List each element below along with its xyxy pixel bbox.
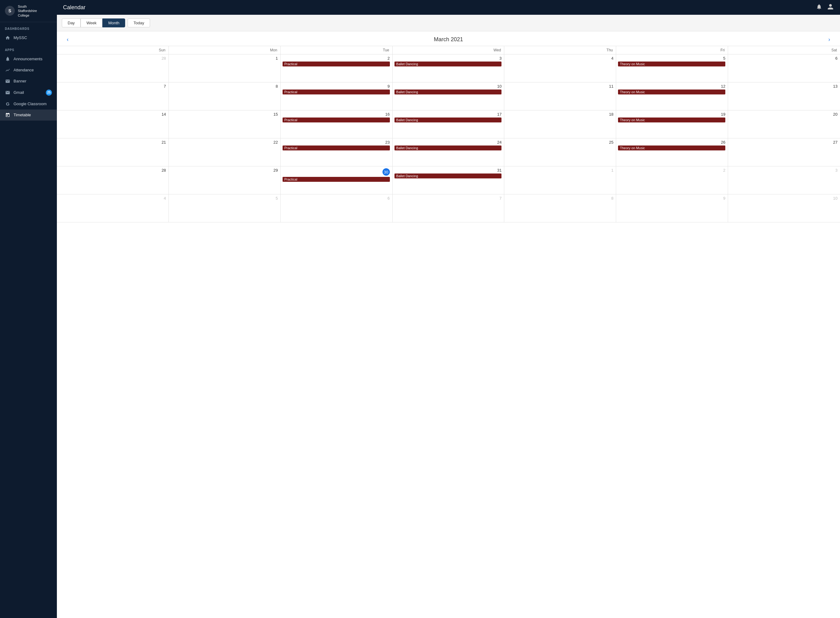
calendar-cell[interactable]: 8 <box>169 82 281 110</box>
calendar-cell[interactable]: 19Theory on Music <box>616 110 728 138</box>
calendar-event[interactable]: Theory on Music <box>618 89 725 94</box>
calendar-event[interactable]: Ballet Dancing <box>394 89 502 94</box>
sidebar-item-gmail[interactable]: Gmail 25 <box>0 87 57 98</box>
college-logo: S <box>4 5 15 16</box>
calendar-cell[interactable]: 14 <box>57 110 169 138</box>
calendar-cell[interactable]: 21 <box>57 138 169 166</box>
user-avatar-icon[interactable] <box>827 3 834 12</box>
next-month-button[interactable]: › <box>825 35 834 44</box>
notification-icon[interactable] <box>816 4 822 11</box>
calendar-cell[interactable]: 2 <box>616 166 728 194</box>
calendar-event[interactable]: Practical <box>283 146 390 150</box>
calendar-cell[interactable]: 10Ballet Dancing <box>393 82 505 110</box>
svg-text:S: S <box>8 8 11 13</box>
day-number: 16 <box>283 112 390 116</box>
dashboards-section-label: DASHBOARDS <box>0 22 57 32</box>
calendar-container: Day Week Month Today ‹ March 2021 › SunM… <box>57 15 840 618</box>
calendar-cell[interactable]: 9 <box>616 195 728 222</box>
day-number: 28 <box>59 168 166 172</box>
calendar-cell[interactable]: 7 <box>393 195 505 222</box>
calendar-cell[interactable]: 18 <box>504 110 616 138</box>
calendar-cell[interactable]: 4 <box>504 55 616 82</box>
calendar-event[interactable]: Ballet Dancing <box>394 61 502 67</box>
day-number: 26 <box>618 140 725 144</box>
sidebar-label-google-classroom: Google Classroom <box>13 101 47 106</box>
calendar-event[interactable]: Practical <box>283 117 390 122</box>
sidebar-item-google-classroom[interactable]: G Google Classroom <box>0 98 57 110</box>
day-header-fri: Fri <box>616 46 728 54</box>
calendar-event[interactable]: Ballet Dancing <box>394 174 502 178</box>
day-number: 14 <box>59 112 166 116</box>
sidebar-label-attendance: Attendance <box>13 68 34 72</box>
calendar-cell[interactable]: 3Ballet Dancing <box>393 55 505 82</box>
sidebar-item-mySCC[interactable]: MySSC <box>0 32 57 43</box>
sidebar-item-attendance[interactable]: Attendance <box>0 65 57 76</box>
day-view-button[interactable]: Day <box>62 18 80 27</box>
calendar-cell[interactable]: 3 <box>728 166 840 194</box>
calendar-cell[interactable]: 12Theory on Music <box>616 82 728 110</box>
calendar-cell[interactable]: 25 <box>504 138 616 166</box>
calendar-row: 212223Practical24Ballet Dancing2526Theor… <box>57 138 840 166</box>
day-header-thu: Thu <box>504 46 616 54</box>
today-button[interactable]: Today <box>127 18 150 27</box>
page-title: Calendar <box>63 4 86 11</box>
calendar-cell[interactable]: 4 <box>57 195 169 222</box>
calendar-cell[interactable]: 22 <box>169 138 281 166</box>
sidebar-item-banner[interactable]: Banner <box>0 76 57 87</box>
calendar-cell[interactable]: 15 <box>169 110 281 138</box>
calendar-cell[interactable]: 10 <box>728 195 840 222</box>
calendar-cell[interactable]: 23Practical <box>281 138 393 166</box>
calendar-cell[interactable]: 30Practical <box>281 166 393 194</box>
sidebar-label-announcements: Announcements <box>13 56 43 61</box>
calendar-row: 2812Practical3Ballet Dancing45Theory on … <box>57 55 840 82</box>
calendar-cell[interactable]: 7 <box>57 82 169 110</box>
calendar-cell[interactable]: 5 <box>169 195 281 222</box>
calendar-event[interactable]: Theory on Music <box>618 61 725 67</box>
calendar-event[interactable]: Ballet Dancing <box>394 117 502 122</box>
prev-month-button[interactable]: ‹ <box>63 35 72 44</box>
logo-area: S South Staffordshire College <box>0 0 57 22</box>
calendar-event[interactable]: Theory on Music <box>618 117 725 122</box>
month-view-button[interactable]: Month <box>102 18 125 27</box>
calendar-cell[interactable]: 31Ballet Dancing <box>393 166 505 194</box>
day-number: 19 <box>618 112 725 116</box>
day-number: 21 <box>59 140 166 144</box>
calendar-cell[interactable]: 5Theory on Music <box>616 55 728 82</box>
sidebar-label-timetable: Timetable <box>13 113 31 117</box>
calendar-cell[interactable]: 11 <box>504 82 616 110</box>
day-number: 4 <box>506 56 613 60</box>
calendar-cell[interactable]: 1 <box>504 166 616 194</box>
month-nav: ‹ March 2021 › <box>57 31 840 46</box>
calendar-cell[interactable]: 6 <box>728 55 840 82</box>
calendar-event[interactable]: Ballet Dancing <box>394 146 502 150</box>
calendar-cell[interactable]: 13 <box>728 82 840 110</box>
calendar-event[interactable]: Practical <box>283 61 390 67</box>
calendar-cell[interactable]: 2Practical <box>281 55 393 82</box>
calendar-event[interactable]: Practical <box>283 177 390 182</box>
day-number: 28 <box>59 56 166 60</box>
calendar-rows: 2812Practical3Ballet Dancing45Theory on … <box>57 55 840 223</box>
calendar-cell[interactable]: 28 <box>57 166 169 194</box>
calendar-cell[interactable]: 24Ballet Dancing <box>393 138 505 166</box>
calendar-event[interactable]: Theory on Music <box>618 146 725 150</box>
calendar-cell[interactable]: 20 <box>728 110 840 138</box>
calendar-cell[interactable]: 26Theory on Music <box>616 138 728 166</box>
calendar-cell[interactable]: 28 <box>57 55 169 82</box>
day-number: 7 <box>59 84 166 88</box>
calendar-cell[interactable]: 6 <box>281 195 393 222</box>
calendar-row: 45678910 <box>57 195 840 223</box>
sidebar-item-announcements[interactable]: Announcements <box>0 53 57 65</box>
day-number: 8 <box>506 196 613 200</box>
day-number: 1 <box>506 168 613 172</box>
calendar-cell[interactable]: 27 <box>728 138 840 166</box>
sidebar-item-timetable[interactable]: Timetable <box>0 110 57 120</box>
week-view-button[interactable]: Week <box>80 18 102 27</box>
calendar-cell[interactable]: 16Practical <box>281 110 393 138</box>
calendar-cell[interactable]: 29 <box>169 166 281 194</box>
calendar-cell[interactable]: 9Practical <box>281 82 393 110</box>
day-number: 22 <box>170 140 278 144</box>
calendar-cell[interactable]: 8 <box>504 195 616 222</box>
calendar-event[interactable]: Practical <box>283 89 390 94</box>
calendar-cell[interactable]: 17Ballet Dancing <box>393 110 505 138</box>
calendar-cell[interactable]: 1 <box>169 55 281 82</box>
